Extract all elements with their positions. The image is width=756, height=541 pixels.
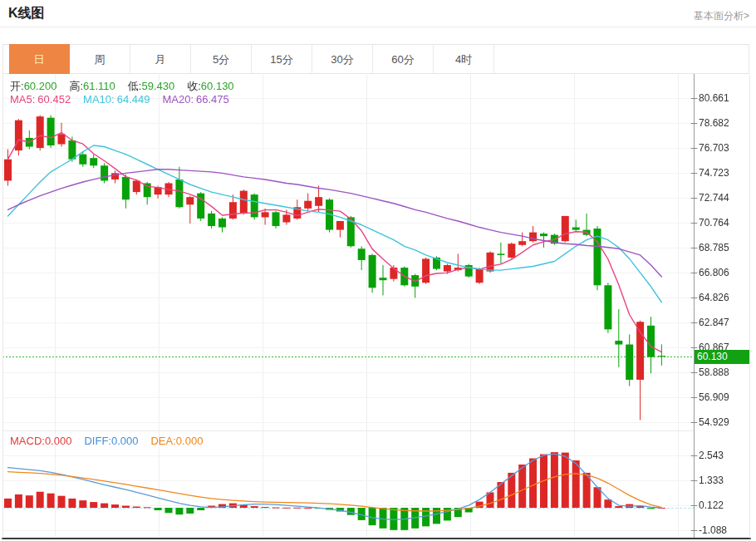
legend-label: MACD: [10,435,45,447]
legend-item: MA10:64.449 [83,93,150,106]
legend-item: 低:59.430 [128,79,174,94]
axis-tick-label: 76.703 [699,142,729,154]
axis-tick-label: 2.543 [699,450,724,461]
axis-tick-label: 0.122 [699,499,724,511]
axis-tick-label: 62.847 [699,317,729,328]
legend-label: 开: [10,79,24,94]
legend-label: DIFF: [84,435,111,447]
axis-tick-label: 78.682 [699,117,729,129]
legend-item: DEA:0.000 [150,435,203,447]
legend-label: MA10: [83,93,115,106]
legend-value: 0.000 [176,435,204,447]
legend-item: 收:60.130 [187,79,233,94]
legend-label: MA5: [10,93,35,106]
axis-tick-label: 72.744 [699,192,729,204]
legend-item: MACD:0.000 [10,435,71,447]
ma-legend: MA5:60.452MA10:64.449MA20:66.475 [10,93,242,106]
axis-tick-label: 68.785 [699,242,729,253]
legend-item: MA20:66.475 [162,93,228,106]
legend-value: 60.130 [201,80,234,92]
legend-item: DIFF:0.000 [84,435,138,447]
axis-tick-label: 70.764 [699,217,729,229]
tab-月[interactable]: 月 [130,45,191,73]
axis-tick-label: 54.929 [699,416,729,428]
legend-value: 64.449 [117,93,150,106]
tab-日[interactable]: 日 [9,44,70,74]
tab-5分[interactable]: 5分 [191,45,252,73]
period-tabbar: 日周月5分15分30分60分4时 [2,44,749,74]
axis-tick-label: 1.333 [699,475,724,486]
legend-item: 高:61.110 [69,79,115,94]
axis-tick-label: 74.723 [699,167,729,179]
legend-label: 低: [128,79,142,94]
legend-label: DEA: [150,435,175,447]
legend-item: MA5:60.452 [10,93,71,106]
legend-value: 0.000 [45,435,72,447]
axis-tick-label: 66.806 [699,267,729,278]
axis-tick-label: 64.826 [699,292,729,303]
current-price-badge: 60.130 [695,350,749,364]
tab-30分[interactable]: 30分 [312,45,373,73]
ohlc-legend: 开:60.200高:61.110低:59.430收:60.130 [10,79,247,94]
legend-label: 收: [187,79,201,94]
axis-tick-label: 56.909 [699,391,729,403]
legend-value: 60.200 [24,80,57,92]
legend-value: 66.475 [196,93,229,106]
tab-周[interactable]: 周 [70,45,130,73]
macd-legend: MACD:0.000DIFF:0.000DEA:0.000 [10,435,215,447]
legend-value: 0.000 [111,435,139,447]
legend-value: 60.452 [37,93,71,106]
legend-label: 高: [69,79,83,94]
legend-value: 59.430 [141,80,174,92]
legend-item: 开:60.200 [10,79,56,94]
tab-4时[interactable]: 4时 [434,45,494,73]
axis-tick-label: -1.088 [699,524,727,536]
axis-tick-label: 58.888 [699,366,729,378]
axis-tick-label: 80.661 [699,92,729,104]
legend-label: MA20: [162,93,194,106]
tab-60分[interactable]: 60分 [373,45,434,73]
tab-15分[interactable]: 15分 [252,45,312,73]
legend-value: 61.110 [83,80,115,92]
kline-widget: K线图 基本面分析> 日周月5分15分30分60分4时 开:60.200高:61… [0,0,756,541]
